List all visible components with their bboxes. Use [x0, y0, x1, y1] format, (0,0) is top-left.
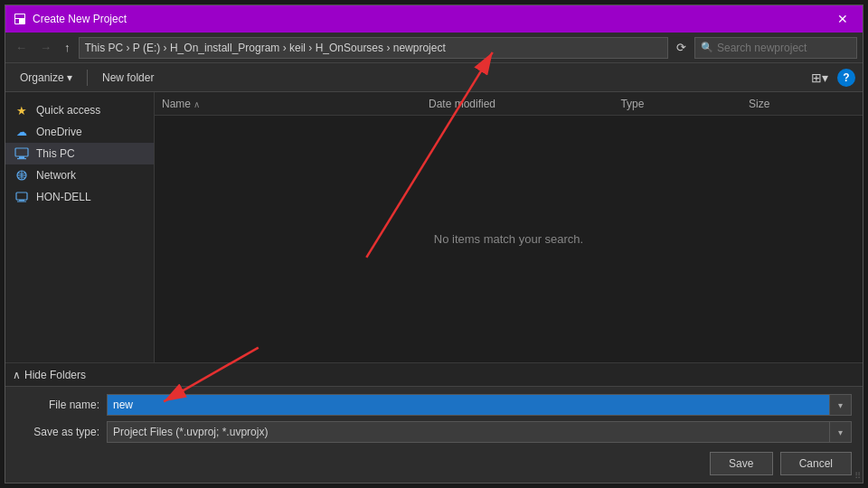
- col-date-header[interactable]: Date modified: [429, 98, 620, 110]
- sidebar-item-network[interactable]: Network: [5, 164, 154, 186]
- sidebar-label-hon-dell: HON-DELL: [36, 191, 91, 203]
- star-icon: ★: [14, 103, 29, 117]
- col-type-header[interactable]: Type: [620, 98, 749, 110]
- address-bar: ← → ↑ This PC › P (E:) › H_On_install_Pr…: [5, 33, 863, 63]
- svg-rect-4: [19, 156, 24, 158]
- column-header: Name ∧ Date modified Type Size: [155, 92, 863, 116]
- svg-rect-3: [15, 148, 28, 156]
- title-bar-controls: ✕: [830, 10, 855, 28]
- file-name-input[interactable]: [107, 394, 830, 416]
- file-name-dropdown[interactable]: ▾: [830, 394, 852, 416]
- up-button[interactable]: ↑: [60, 39, 75, 56]
- network-icon: [14, 168, 29, 183]
- search-input[interactable]: [717, 42, 851, 54]
- cloud-icon: ☁: [14, 125, 29, 139]
- back-button[interactable]: ←: [11, 39, 32, 56]
- cancel-button[interactable]: Cancel: [780, 452, 852, 475]
- title-bar-left: Create New Project: [13, 12, 127, 26]
- file-name-row: File name: ▾: [16, 394, 852, 416]
- save-as-type-input[interactable]: [107, 421, 830, 443]
- forward-button[interactable]: →: [35, 39, 56, 56]
- sidebar-item-this-pc[interactable]: This PC: [5, 143, 154, 164]
- hide-folders-button[interactable]: ∧ Hide Folders: [13, 369, 86, 381]
- sidebar-label-quick-access: Quick access: [36, 104, 100, 117]
- svg-rect-9: [16, 192, 27, 200]
- close-button[interactable]: ✕: [830, 10, 855, 28]
- svg-rect-2: [15, 19, 19, 23]
- save-as-type-dropdown[interactable]: ▾: [830, 421, 852, 443]
- save-button[interactable]: Save: [710, 452, 773, 475]
- dialog-title: Create New Project: [33, 13, 127, 25]
- empty-message: No items match your search.: [434, 232, 583, 246]
- app-icon: [13, 12, 27, 26]
- svg-rect-5: [17, 158, 26, 159]
- computer-icon: [14, 190, 29, 204]
- toolbar-divider: [87, 70, 88, 86]
- svg-rect-10: [19, 200, 24, 202]
- create-new-project-dialog: Create New Project ✕ ← → ↑ This PC › P (…: [5, 5, 863, 483]
- help-button[interactable]: ?: [837, 69, 855, 87]
- sort-indicator: ∧: [193, 99, 200, 109]
- hide-folders-bar: ∧ Hide Folders: [5, 362, 863, 386]
- file-list-content: No items match your search.: [155, 116, 863, 362]
- sidebar-item-onedrive[interactable]: ☁ OneDrive: [5, 121, 154, 143]
- search-box: 🔍: [694, 37, 857, 59]
- main-area: ★ Quick access ☁ OneDrive This PC: [5, 92, 863, 362]
- refresh-button[interactable]: ⟳: [672, 39, 691, 56]
- pc-icon: [14, 146, 29, 161]
- breadcrumb-bar[interactable]: This PC › P (E:) › H_On_install_Program …: [79, 37, 669, 59]
- svg-rect-1: [15, 14, 24, 18]
- organize-button[interactable]: Organize ▾: [13, 70, 80, 86]
- hide-folders-arrow: ∧: [13, 369, 21, 381]
- sidebar-label-onedrive: OneDrive: [36, 126, 82, 138]
- file-area: Name ∧ Date modified Type Size No items …: [155, 92, 863, 362]
- sidebar-label-this-pc: This PC: [36, 147, 75, 160]
- new-folder-button[interactable]: New folder: [95, 70, 161, 86]
- view-button[interactable]: ⊞▾: [807, 69, 832, 87]
- col-size-header[interactable]: Size: [749, 98, 855, 110]
- hide-folders-label: Hide Folders: [24, 369, 86, 381]
- breadcrumb-text: This PC › P (E:) › H_On_install_Program …: [85, 42, 446, 54]
- sidebar-item-hon-dell[interactable]: HON-DELL: [5, 186, 154, 208]
- sidebar: ★ Quick access ☁ OneDrive This PC: [5, 92, 155, 362]
- sidebar-item-quick-access[interactable]: ★ Quick access: [5, 99, 154, 121]
- resize-handle[interactable]: ⠿: [854, 471, 861, 481]
- save-as-type-label: Save as type:: [16, 426, 107, 438]
- title-bar: Create New Project ✕: [5, 5, 863, 33]
- dropdown-arrow-icon: ▾: [838, 400, 843, 410]
- toolbar: Organize ▾ New folder ⊞▾ ?: [5, 63, 863, 92]
- bottom-area: File name: ▾ Save as type: ▾ Save Cancel: [5, 386, 863, 483]
- svg-rect-11: [17, 202, 26, 202]
- save-as-type-row: Save as type: ▾: [16, 421, 852, 443]
- toolbar-right: ⊞▾ ?: [807, 69, 855, 87]
- search-icon: 🔍: [701, 42, 713, 53]
- col-name-header[interactable]: Name ∧: [162, 98, 429, 110]
- bottom-buttons: Save Cancel: [16, 448, 852, 475]
- sidebar-label-network: Network: [36, 169, 76, 182]
- dropdown-arrow2-icon: ▾: [838, 427, 843, 437]
- file-name-label: File name:: [16, 399, 107, 411]
